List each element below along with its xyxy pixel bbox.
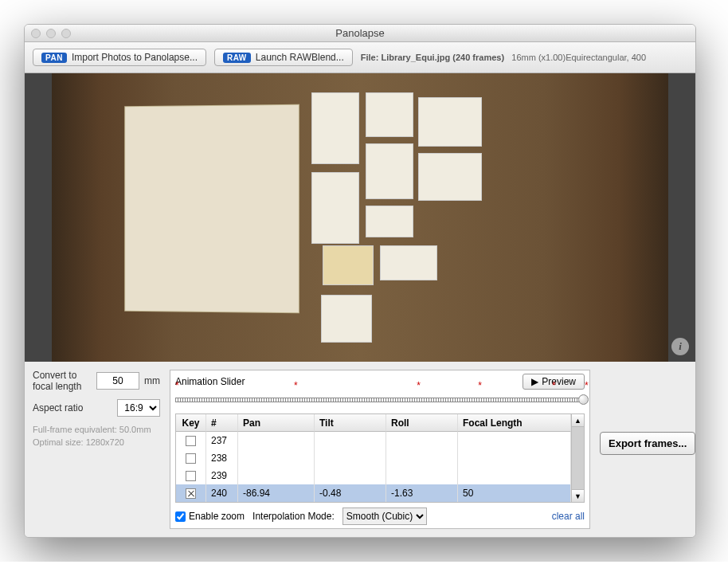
hint-fullframe: Full-frame equivalent: 50.0mm bbox=[33, 423, 160, 437]
pan-badge-icon: PAN bbox=[41, 53, 67, 63]
cell-roll bbox=[386, 467, 458, 484]
cell-roll: -1.63 bbox=[386, 484, 458, 502]
cell-frame: 239 bbox=[206, 467, 238, 484]
cell-frame: 240 bbox=[206, 484, 238, 502]
keyframe-mark-icon: * bbox=[585, 380, 589, 391]
minimize-icon[interactable] bbox=[46, 29, 56, 38]
table-row[interactable]: 239 bbox=[176, 467, 571, 484]
doc-graphic bbox=[323, 245, 374, 285]
doc-graphic bbox=[418, 153, 482, 201]
focal-length-label: Convert to focal length bbox=[33, 370, 92, 393]
aspect-ratio-select[interactable]: 16:9 bbox=[117, 399, 160, 417]
cell-tilt bbox=[315, 432, 386, 449]
doc-graphic bbox=[366, 206, 413, 237]
window-title: Panolapse bbox=[25, 27, 695, 39]
keyframe-mark-icon: * bbox=[417, 380, 421, 391]
doc-graphic bbox=[311, 92, 359, 164]
table-row[interactable]: 240-86.94-0.48-1.6350 bbox=[176, 484, 571, 502]
key-checkbox[interactable] bbox=[186, 453, 196, 464]
cell-focal: 50 bbox=[458, 484, 571, 502]
file-info: File: Library_Equi.jpg (240 frames) 16mm… bbox=[361, 53, 646, 62]
col-roll[interactable]: Roll bbox=[386, 414, 458, 432]
col-pan[interactable]: Pan bbox=[238, 414, 315, 432]
app-window: Panolapse PAN Import Photos to Panolapse… bbox=[24, 24, 696, 538]
col-num[interactable]: # bbox=[206, 414, 238, 432]
hints: Full-frame equivalent: 50.0mm Optimal si… bbox=[33, 423, 160, 449]
scroll-thumb[interactable] bbox=[572, 427, 584, 489]
import-photos-label: Import Photos to Panolapse... bbox=[72, 52, 198, 63]
export-panel: Export frames... bbox=[600, 370, 687, 529]
doc-graphic bbox=[321, 295, 372, 343]
doc-graphic bbox=[366, 92, 413, 137]
clear-all-link[interactable]: clear all bbox=[552, 511, 585, 522]
focal-length-input[interactable] bbox=[96, 372, 139, 390]
key-checkbox[interactable] bbox=[186, 471, 196, 481]
enable-zoom-checkbox[interactable]: Enable zoom bbox=[175, 511, 245, 522]
key-checkbox[interactable] bbox=[186, 488, 196, 499]
titlebar: Panolapse bbox=[25, 25, 695, 42]
cell-tilt bbox=[315, 449, 386, 467]
wall-map-graphic bbox=[124, 104, 299, 314]
image-viewport[interactable]: i bbox=[25, 73, 695, 362]
keyframe-table: Key # Pan Tilt Roll Focal Length 2372382… bbox=[175, 413, 585, 503]
table-scrollbar[interactable]: ▲ ▼ bbox=[571, 414, 584, 502]
file-meta: 16mm (x1.00)Equirectangular, 400 bbox=[511, 53, 646, 62]
doc-graphic bbox=[366, 143, 413, 199]
keyframe-mark-icon: * bbox=[175, 380, 179, 391]
doc-graphic bbox=[418, 97, 482, 147]
slider-handle[interactable] bbox=[578, 394, 589, 405]
controls-panel: Convert to focal length mm Aspect ratio … bbox=[25, 362, 695, 537]
col-focal[interactable]: Focal Length bbox=[458, 414, 571, 432]
slider-track-line bbox=[175, 398, 585, 402]
launch-rawblend-button[interactable]: RAW Launch RAWBlend... bbox=[214, 49, 353, 66]
col-key[interactable]: Key bbox=[176, 414, 206, 432]
interpolation-select[interactable]: Smooth (Cubic) bbox=[342, 507, 427, 525]
cell-tilt: -0.48 bbox=[315, 484, 386, 502]
table-row[interactable]: 237 bbox=[176, 432, 571, 449]
table-footer: Enable zoom Interpolation Mode: Smooth (… bbox=[175, 507, 585, 525]
close-icon[interactable] bbox=[31, 29, 41, 38]
cell-tilt bbox=[315, 467, 386, 484]
cell-roll bbox=[386, 449, 458, 467]
scroll-down-icon[interactable]: ▼ bbox=[572, 489, 584, 502]
keyframe-mark-icon: * bbox=[552, 380, 556, 391]
keyframe-mark-icon: * bbox=[294, 380, 298, 391]
enable-zoom-label: Enable zoom bbox=[189, 511, 245, 522]
import-photos-button[interactable]: PAN Import Photos to Panolapse... bbox=[33, 49, 206, 66]
raw-badge-icon: RAW bbox=[223, 53, 251, 63]
file-name: File: Library_Equi.jpg (240 frames) bbox=[361, 53, 504, 62]
interpolation-label: Interpolation Mode: bbox=[252, 511, 335, 522]
cell-pan bbox=[238, 449, 315, 467]
doc-graphic bbox=[380, 245, 437, 280]
enable-zoom-input[interactable] bbox=[175, 511, 186, 522]
table-row[interactable]: 238 bbox=[176, 449, 571, 467]
zoom-icon[interactable] bbox=[61, 29, 71, 38]
play-icon: ▶ bbox=[531, 376, 538, 387]
left-settings: Convert to focal length mm Aspect ratio … bbox=[33, 370, 160, 529]
animation-slider[interactable]: ****** bbox=[175, 393, 585, 409]
hint-optimal: Optimal size: 1280x720 bbox=[33, 436, 160, 449]
cell-focal bbox=[458, 432, 571, 449]
preview-label: Preview bbox=[542, 376, 576, 387]
animation-panel: Animation Slider ▶ Preview ****** Key # … bbox=[170, 370, 590, 529]
cell-focal bbox=[458, 449, 571, 467]
key-checkbox[interactable] bbox=[186, 436, 196, 446]
export-frames-button[interactable]: Export frames... bbox=[600, 432, 695, 455]
aspect-ratio-label: Aspect ratio bbox=[33, 402, 112, 413]
cell-roll bbox=[386, 432, 458, 449]
info-icon[interactable]: i bbox=[671, 338, 689, 355]
scroll-up-icon[interactable]: ▲ bbox=[572, 414, 584, 427]
mm-unit: mm bbox=[144, 375, 160, 386]
launch-rawblend-label: Launch RAWBlend... bbox=[256, 52, 344, 63]
toolbar: PAN Import Photos to Panolapse... RAW La… bbox=[25, 42, 695, 73]
cell-pan bbox=[238, 467, 315, 484]
viewport-image bbox=[52, 73, 668, 362]
keyframe-mark-icon: * bbox=[478, 380, 482, 391]
cell-pan: -86.94 bbox=[238, 484, 315, 502]
table-header: Key # Pan Tilt Roll Focal Length bbox=[176, 414, 571, 432]
col-tilt[interactable]: Tilt bbox=[315, 414, 386, 432]
cell-frame: 237 bbox=[206, 432, 238, 449]
doc-graphic bbox=[311, 172, 359, 244]
cell-focal bbox=[458, 467, 571, 484]
cell-pan bbox=[238, 432, 315, 449]
